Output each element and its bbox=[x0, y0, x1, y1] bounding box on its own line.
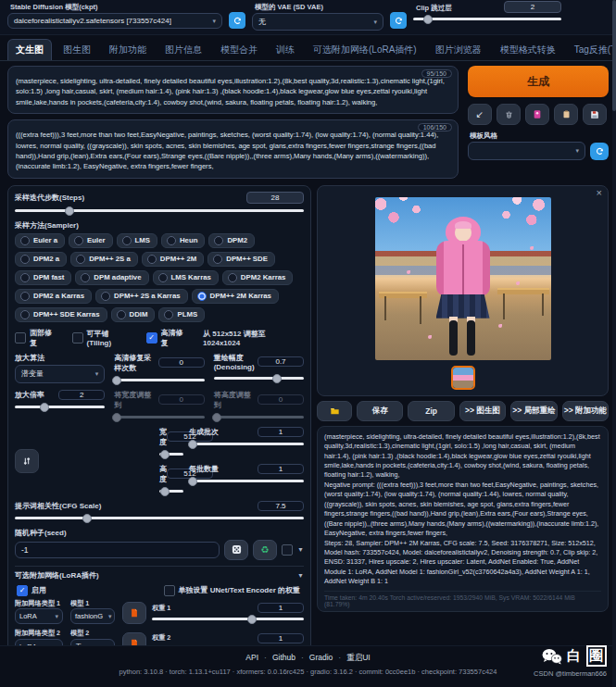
resize-width-value[interactable]: 0 bbox=[158, 394, 205, 405]
random-seed-button[interactable] bbox=[224, 540, 248, 560]
radio-icon bbox=[74, 236, 83, 245]
steps-slider[interactable] bbox=[15, 206, 304, 216]
txt2img-panel: 95/150 (masterpiece, sidelighting, ultra… bbox=[0, 61, 616, 687]
save-image-button[interactable]: 保存 bbox=[357, 401, 403, 421]
sampler-euler[interactable]: Euler bbox=[69, 233, 113, 248]
upscale-by-value[interactable]: 2 bbox=[58, 390, 105, 400]
sampler-plms[interactable]: PLMS bbox=[158, 307, 205, 322]
page-scrollbar[interactable] bbox=[612, 0, 616, 687]
footer-link-api[interactable]: API bbox=[245, 653, 258, 664]
apply-style-button[interactable] bbox=[554, 104, 578, 125]
clip-skip-value[interactable]: 2 bbox=[504, 1, 561, 13]
tab-additional-networks[interactable]: 可选附加网络(LoRA插件) bbox=[306, 40, 424, 60]
refresh-styles-button[interactable] bbox=[590, 143, 609, 160]
tab-extras[interactable]: 附加功能 bbox=[102, 40, 154, 60]
generated-image[interactable] bbox=[375, 197, 551, 360]
width-slider[interactable] bbox=[159, 449, 183, 459]
reuse-seed-button[interactable]: ♻ bbox=[253, 540, 277, 560]
close-icon[interactable]: × bbox=[597, 188, 602, 198]
batch-size-slider[interactable] bbox=[189, 476, 304, 486]
cfg-value[interactable]: 7.5 bbox=[258, 501, 304, 511]
paste-params-button[interactable]: ↙ bbox=[468, 104, 492, 125]
clip-skip-slider[interactable] bbox=[413, 14, 561, 24]
sampler-lms-karras[interactable]: LMS Karras bbox=[153, 270, 219, 285]
send-to-extras-button[interactable]: >> 附加功能 bbox=[562, 401, 609, 421]
negative-prompt-input[interactable]: (((extra feet))),3 feet,more than two fe… bbox=[16, 130, 450, 172]
sampler-dpm2[interactable]: DPM2 bbox=[208, 233, 255, 248]
sampler-euler-a[interactable]: Euler a bbox=[15, 233, 65, 248]
addnet-enable-checkbox[interactable]: ✓启用 bbox=[17, 585, 46, 596]
checkpoint-dropdown[interactable]: dalceforealistictallyv2.safetensors [733… bbox=[7, 13, 222, 29]
sampler-dpm2-a-karras[interactable]: DPM2 a Karras bbox=[15, 289, 92, 304]
styles-dropdown[interactable]: ▾ bbox=[468, 142, 585, 160]
tab-train[interactable]: 训练 bbox=[269, 40, 302, 60]
batch-size-value[interactable]: 1 bbox=[258, 464, 304, 474]
resize-width-slider[interactable] bbox=[114, 412, 204, 422]
footer-link-reload-ui[interactable]: 重启UI bbox=[346, 653, 371, 664]
sampler-dpm2-a[interactable]: DPM2 a bbox=[15, 252, 67, 267]
sampler-dpmpp-2s-a-karras[interactable]: DPM++ 2S a Karras bbox=[95, 289, 188, 304]
hires-steps-slider[interactable] bbox=[114, 375, 204, 385]
denoising-value[interactable]: 0.7 bbox=[258, 356, 304, 367]
upscale-by-slider[interactable] bbox=[15, 402, 105, 412]
footer-link-github[interactable]: Github bbox=[272, 653, 295, 664]
sampler-dpmpp-sde[interactable]: DPM++ SDE bbox=[207, 252, 275, 267]
lora-model-file-button-1[interactable] bbox=[122, 602, 146, 624]
denoising-slider[interactable] bbox=[214, 373, 304, 383]
tab-image-browser[interactable]: 图片浏览器 bbox=[428, 40, 489, 60]
sampler-dpm-fast[interactable]: DPM fast bbox=[15, 270, 71, 285]
tab-tagger[interactable]: Tag反推(Tagger) bbox=[567, 40, 616, 60]
prompt-input[interactable]: (masterpiece, sidelighting, ultra-detail… bbox=[16, 76, 450, 107]
send-to-img2img-button[interactable]: >> 图生图 bbox=[459, 401, 506, 421]
vae-dropdown[interactable]: 无 ▾ bbox=[252, 13, 383, 31]
refresh-checkpoint-button[interactable] bbox=[229, 12, 245, 29]
batch-count-value[interactable]: 1 bbox=[258, 427, 304, 437]
sampler-heun[interactable]: Heun bbox=[161, 233, 206, 248]
restore-faces-checkbox[interactable]: 面部修复 bbox=[15, 328, 59, 348]
hires-fix-checkbox[interactable]: ✓高清修复 bbox=[146, 328, 191, 348]
extra-networks-button[interactable] bbox=[525, 104, 549, 125]
sampler-lms[interactable]: LMS bbox=[117, 233, 157, 248]
tiling-checkbox[interactable]: 可平铺(Tiling) bbox=[72, 329, 133, 347]
upscaler-dropdown[interactable]: 潜变量 ▾ bbox=[15, 365, 105, 383]
swap-dimensions-button[interactable] bbox=[15, 449, 39, 473]
generate-button[interactable]: 生成 bbox=[468, 66, 609, 97]
refresh-vae-button[interactable] bbox=[390, 12, 407, 29]
gallery-thumbnail-1[interactable] bbox=[451, 366, 475, 390]
sampler-dpm-adaptive[interactable]: DPM adaptive bbox=[75, 270, 148, 285]
zip-button[interactable]: Zip bbox=[408, 401, 454, 421]
cfg-slider[interactable] bbox=[15, 513, 304, 523]
lora-type-dropdown-1[interactable]: LoRA▾ bbox=[15, 608, 63, 624]
sampler-dpm2-karras[interactable]: DPM2 Karras bbox=[222, 270, 294, 285]
sampler-dpmpp-sde-karras[interactable]: DPM++ SDE Karras bbox=[15, 307, 107, 322]
send-to-inpaint-button[interactable]: >> 局部重绘 bbox=[510, 401, 557, 421]
addnet-separate-weights-checkbox[interactable]: 单独设置 UNet/Text Encoder 的权重 bbox=[164, 585, 300, 596]
tab-png-info[interactable]: 图片信息 bbox=[157, 40, 209, 60]
sampler-ddim[interactable]: DDIM bbox=[111, 307, 156, 322]
lora-weight-value-1[interactable]: 1 bbox=[258, 603, 304, 613]
tab-img2img[interactable]: 图生图 bbox=[56, 40, 98, 60]
sampler-dpmpp-2m-karras[interactable]: DPM++ 2M Karras bbox=[192, 289, 279, 304]
steps-value[interactable]: 28 bbox=[246, 192, 304, 204]
save-style-button[interactable] bbox=[583, 104, 607, 125]
tab-checkpoint-merger[interactable]: 模型合并 bbox=[213, 40, 265, 60]
lora-weight-value-2[interactable]: 1 bbox=[258, 633, 304, 643]
open-folder-button[interactable] bbox=[317, 401, 352, 421]
additional-networks-header[interactable]: 可选附加网络(LoRA插件) ▼ bbox=[15, 570, 304, 581]
sampler-dpmpp-2s-a[interactable]: DPM++ 2S a bbox=[70, 252, 138, 267]
tab-model-converter[interactable]: 模型格式转换 bbox=[493, 40, 563, 60]
height-slider[interactable] bbox=[159, 486, 183, 496]
footer-link-gradio[interactable]: Gradio bbox=[309, 653, 333, 664]
resize-height-value[interactable]: 0 bbox=[258, 394, 304, 405]
seed-input[interactable]: -1 bbox=[15, 542, 220, 558]
lora-weight-slider-1[interactable] bbox=[152, 614, 304, 624]
seed-extra-checkbox[interactable] bbox=[282, 544, 293, 556]
lora-model-dropdown-1[interactable]: fashionG▾ bbox=[70, 608, 115, 624]
clear-prompt-button[interactable] bbox=[497, 104, 521, 125]
tab-txt2img[interactable]: 文生图 bbox=[7, 39, 52, 60]
hires-steps-value[interactable]: 0 bbox=[158, 357, 205, 368]
girl-figure bbox=[429, 217, 497, 356]
resize-height-slider[interactable] bbox=[214, 412, 304, 422]
sampler-dpmpp-2m[interactable]: DPM++ 2M bbox=[142, 252, 204, 267]
batch-count-slider[interactable] bbox=[189, 439, 304, 449]
